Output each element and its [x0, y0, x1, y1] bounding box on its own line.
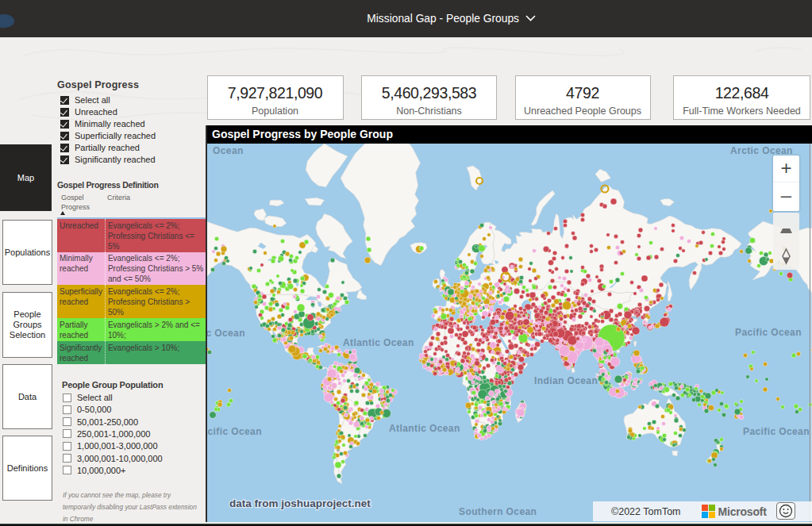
svg-text:Atlantic Ocean: Atlantic Ocean	[389, 423, 460, 434]
svg-text:Southern Ocean: Southern Ocean	[459, 506, 537, 517]
svg-text:Indian Ocean: Indian Ocean	[534, 375, 598, 386]
svg-text:Atlantic Ocean: Atlantic Ocean	[343, 337, 414, 348]
svg-text:data from joshuaproject.net: data from joshuaproject.net	[229, 497, 371, 509]
svg-text:Arctic Ocean: Arctic Ocean	[730, 145, 793, 156]
svg-text:Pacific Ocean: Pacific Ocean	[206, 426, 262, 437]
svg-text:Pacific Ocean: Pacific Ocean	[735, 327, 802, 338]
svg-text:Pacific Ocean: Pacific Ocean	[743, 426, 810, 437]
svg-text:Pacific Ocean: Pacific Ocean	[206, 328, 245, 339]
svg-text:Ocean: Ocean	[213, 145, 244, 156]
